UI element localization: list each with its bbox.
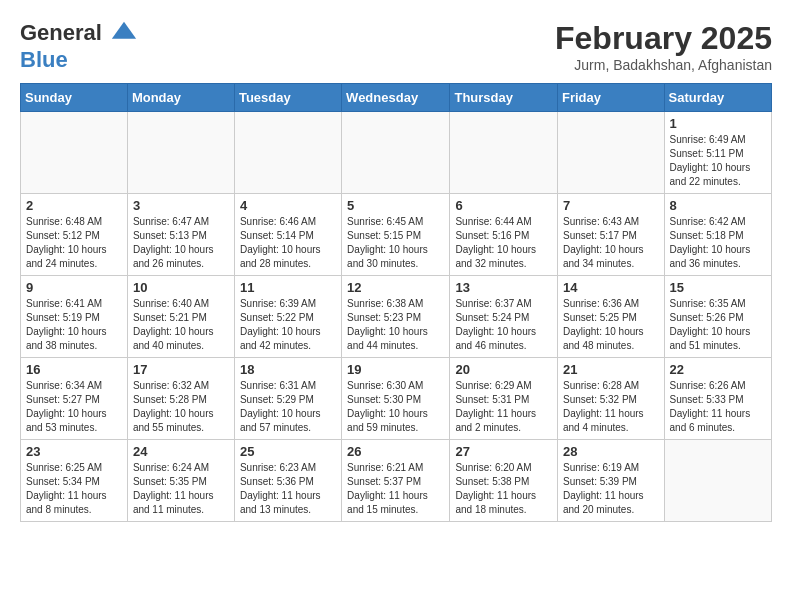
- day-number: 14: [563, 280, 659, 295]
- calendar-cell: 27Sunrise: 6:20 AM Sunset: 5:38 PM Dayli…: [450, 440, 558, 522]
- calendar-cell: [664, 440, 771, 522]
- day-info: Sunrise: 6:31 AM Sunset: 5:29 PM Dayligh…: [240, 379, 336, 435]
- calendar-cell: 18Sunrise: 6:31 AM Sunset: 5:29 PM Dayli…: [234, 358, 341, 440]
- day-number: 13: [455, 280, 552, 295]
- calendar-cell: [450, 112, 558, 194]
- day-number: 2: [26, 198, 122, 213]
- svg-marker-0: [112, 22, 136, 39]
- day-info: Sunrise: 6:19 AM Sunset: 5:39 PM Dayligh…: [563, 461, 659, 517]
- week-row-1: 1Sunrise: 6:49 AM Sunset: 5:11 PM Daylig…: [21, 112, 772, 194]
- week-row-5: 23Sunrise: 6:25 AM Sunset: 5:34 PM Dayli…: [21, 440, 772, 522]
- day-info: Sunrise: 6:48 AM Sunset: 5:12 PM Dayligh…: [26, 215, 122, 271]
- calendar-cell: 10Sunrise: 6:40 AM Sunset: 5:21 PM Dayli…: [127, 276, 234, 358]
- calendar-cell: 4Sunrise: 6:46 AM Sunset: 5:14 PM Daylig…: [234, 194, 341, 276]
- calendar-cell: 15Sunrise: 6:35 AM Sunset: 5:26 PM Dayli…: [664, 276, 771, 358]
- day-number: 25: [240, 444, 336, 459]
- calendar-cell: 19Sunrise: 6:30 AM Sunset: 5:30 PM Dayli…: [342, 358, 450, 440]
- calendar-cell: 3Sunrise: 6:47 AM Sunset: 5:13 PM Daylig…: [127, 194, 234, 276]
- calendar-cell: 23Sunrise: 6:25 AM Sunset: 5:34 PM Dayli…: [21, 440, 128, 522]
- day-number: 10: [133, 280, 229, 295]
- day-info: Sunrise: 6:46 AM Sunset: 5:14 PM Dayligh…: [240, 215, 336, 271]
- day-number: 3: [133, 198, 229, 213]
- calendar-cell: 7Sunrise: 6:43 AM Sunset: 5:17 PM Daylig…: [558, 194, 665, 276]
- calendar-cell: 8Sunrise: 6:42 AM Sunset: 5:18 PM Daylig…: [664, 194, 771, 276]
- day-number: 8: [670, 198, 766, 213]
- day-number: 7: [563, 198, 659, 213]
- day-info: Sunrise: 6:24 AM Sunset: 5:35 PM Dayligh…: [133, 461, 229, 517]
- day-info: Sunrise: 6:40 AM Sunset: 5:21 PM Dayligh…: [133, 297, 229, 353]
- day-info: Sunrise: 6:25 AM Sunset: 5:34 PM Dayligh…: [26, 461, 122, 517]
- day-number: 4: [240, 198, 336, 213]
- day-info: Sunrise: 6:41 AM Sunset: 5:19 PM Dayligh…: [26, 297, 122, 353]
- day-number: 9: [26, 280, 122, 295]
- day-number: 19: [347, 362, 444, 377]
- day-info: Sunrise: 6:21 AM Sunset: 5:37 PM Dayligh…: [347, 461, 444, 517]
- day-info: Sunrise: 6:30 AM Sunset: 5:30 PM Dayligh…: [347, 379, 444, 435]
- weekday-header-row: SundayMondayTuesdayWednesdayThursdayFrid…: [21, 84, 772, 112]
- day-number: 15: [670, 280, 766, 295]
- weekday-header-friday: Friday: [558, 84, 665, 112]
- day-info: Sunrise: 6:38 AM Sunset: 5:23 PM Dayligh…: [347, 297, 444, 353]
- day-number: 22: [670, 362, 766, 377]
- calendar-cell: 12Sunrise: 6:38 AM Sunset: 5:23 PM Dayli…: [342, 276, 450, 358]
- day-info: Sunrise: 6:36 AM Sunset: 5:25 PM Dayligh…: [563, 297, 659, 353]
- day-info: Sunrise: 6:34 AM Sunset: 5:27 PM Dayligh…: [26, 379, 122, 435]
- day-number: 21: [563, 362, 659, 377]
- day-info: Sunrise: 6:39 AM Sunset: 5:22 PM Dayligh…: [240, 297, 336, 353]
- weekday-header-sunday: Sunday: [21, 84, 128, 112]
- day-number: 17: [133, 362, 229, 377]
- day-number: 5: [347, 198, 444, 213]
- month-title: February 2025: [555, 20, 772, 57]
- day-number: 6: [455, 198, 552, 213]
- day-info: Sunrise: 6:49 AM Sunset: 5:11 PM Dayligh…: [670, 133, 766, 189]
- day-info: Sunrise: 6:26 AM Sunset: 5:33 PM Dayligh…: [670, 379, 766, 435]
- day-number: 23: [26, 444, 122, 459]
- calendar-cell: 13Sunrise: 6:37 AM Sunset: 5:24 PM Dayli…: [450, 276, 558, 358]
- calendar-cell: [558, 112, 665, 194]
- day-info: Sunrise: 6:35 AM Sunset: 5:26 PM Dayligh…: [670, 297, 766, 353]
- day-number: 24: [133, 444, 229, 459]
- calendar-cell: 2Sunrise: 6:48 AM Sunset: 5:12 PM Daylig…: [21, 194, 128, 276]
- day-number: 18: [240, 362, 336, 377]
- calendar-cell: 9Sunrise: 6:41 AM Sunset: 5:19 PM Daylig…: [21, 276, 128, 358]
- day-info: Sunrise: 6:20 AM Sunset: 5:38 PM Dayligh…: [455, 461, 552, 517]
- day-info: Sunrise: 6:29 AM Sunset: 5:31 PM Dayligh…: [455, 379, 552, 435]
- day-info: Sunrise: 6:42 AM Sunset: 5:18 PM Dayligh…: [670, 215, 766, 271]
- calendar-cell: 5Sunrise: 6:45 AM Sunset: 5:15 PM Daylig…: [342, 194, 450, 276]
- calendar-cell: 11Sunrise: 6:39 AM Sunset: 5:22 PM Dayli…: [234, 276, 341, 358]
- calendar-cell: 24Sunrise: 6:24 AM Sunset: 5:35 PM Dayli…: [127, 440, 234, 522]
- day-number: 28: [563, 444, 659, 459]
- day-info: Sunrise: 6:28 AM Sunset: 5:32 PM Dayligh…: [563, 379, 659, 435]
- day-info: Sunrise: 6:23 AM Sunset: 5:36 PM Dayligh…: [240, 461, 336, 517]
- day-info: Sunrise: 6:45 AM Sunset: 5:15 PM Dayligh…: [347, 215, 444, 271]
- day-number: 27: [455, 444, 552, 459]
- calendar-cell: [342, 112, 450, 194]
- calendar-cell: 21Sunrise: 6:28 AM Sunset: 5:32 PM Dayli…: [558, 358, 665, 440]
- calendar-cell: [127, 112, 234, 194]
- day-info: Sunrise: 6:37 AM Sunset: 5:24 PM Dayligh…: [455, 297, 552, 353]
- day-number: 16: [26, 362, 122, 377]
- day-number: 11: [240, 280, 336, 295]
- day-number: 26: [347, 444, 444, 459]
- weekday-header-saturday: Saturday: [664, 84, 771, 112]
- calendar-cell: 1Sunrise: 6:49 AM Sunset: 5:11 PM Daylig…: [664, 112, 771, 194]
- day-info: Sunrise: 6:44 AM Sunset: 5:16 PM Dayligh…: [455, 215, 552, 271]
- logo-icon: [110, 20, 138, 48]
- weekday-header-wednesday: Wednesday: [342, 84, 450, 112]
- weekday-header-monday: Monday: [127, 84, 234, 112]
- calendar-cell: [234, 112, 341, 194]
- calendar-cell: 28Sunrise: 6:19 AM Sunset: 5:39 PM Dayli…: [558, 440, 665, 522]
- week-row-2: 2Sunrise: 6:48 AM Sunset: 5:12 PM Daylig…: [21, 194, 772, 276]
- logo: General Blue: [20, 20, 138, 72]
- calendar-table: SundayMondayTuesdayWednesdayThursdayFrid…: [20, 83, 772, 522]
- weekday-header-tuesday: Tuesday: [234, 84, 341, 112]
- day-number: 20: [455, 362, 552, 377]
- calendar-cell: 6Sunrise: 6:44 AM Sunset: 5:16 PM Daylig…: [450, 194, 558, 276]
- calendar-cell: 26Sunrise: 6:21 AM Sunset: 5:37 PM Dayli…: [342, 440, 450, 522]
- calendar-cell: 20Sunrise: 6:29 AM Sunset: 5:31 PM Dayli…: [450, 358, 558, 440]
- location: Jurm, Badakhshan, Afghanistan: [555, 57, 772, 73]
- week-row-4: 16Sunrise: 6:34 AM Sunset: 5:27 PM Dayli…: [21, 358, 772, 440]
- title-block: February 2025 Jurm, Badakhshan, Afghanis…: [555, 20, 772, 73]
- day-number: 1: [670, 116, 766, 131]
- weekday-header-thursday: Thursday: [450, 84, 558, 112]
